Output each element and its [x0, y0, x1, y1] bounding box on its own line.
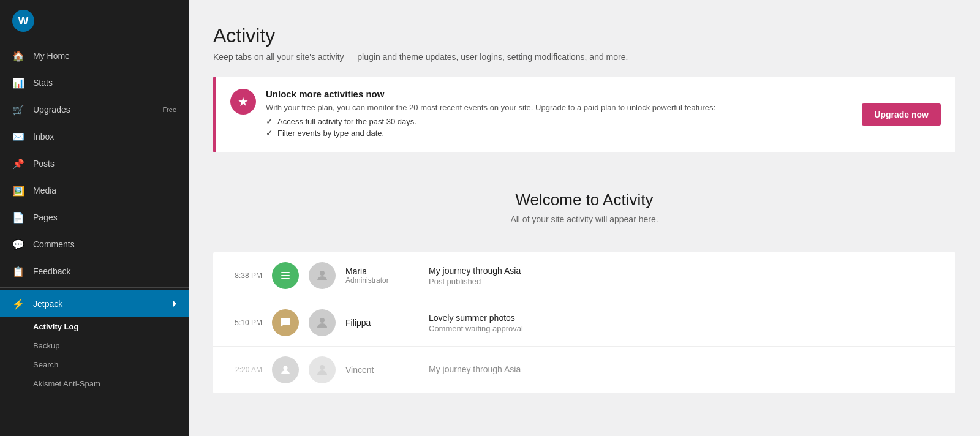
posts-icon: 📌 [12, 157, 24, 170]
sidebar-item-label: Media [33, 186, 56, 195]
upgrade-feature-2: Filter events by type and date. [266, 129, 852, 138]
activity-user-info: Maria Administrator [345, 266, 419, 285]
activity-description: My journey through Asia Post published [429, 266, 943, 286]
svg-point-4 [320, 318, 325, 323]
sidebar-item-label: Posts [33, 159, 55, 168]
home-icon: 🏠 [12, 50, 24, 62]
sidebar-sub-activity-log[interactable]: Activity Log [0, 317, 189, 336]
sidebar-item-label: Upgrades [33, 105, 70, 115]
upgrade-features-list: Access full activity for the past 30 day… [266, 117, 852, 138]
activity-item: 8:38 PM Maria Administrator My journey t… [213, 252, 956, 299]
upgrade-banner-desc: With your free plan, you can monitor the… [266, 103, 852, 112]
upgrade-banner: ★ Unlock more activities now With your f… [213, 77, 956, 152]
activity-item: 2:20 AM Vincent My journey through Asia [213, 347, 956, 393]
sidebar-item-label: Comments [33, 239, 75, 249]
svg-point-3 [320, 271, 325, 276]
wordpress-icon: W [12, 10, 34, 32]
activity-icon-user [272, 356, 299, 383]
activity-user-info: Filippa [345, 318, 419, 328]
svg-rect-0 [281, 272, 290, 273]
sidebar-logo: W [0, 0, 189, 42]
activity-avatar-filippa [309, 309, 336, 336]
welcome-title: Welcome to Activity [225, 190, 943, 209]
activity-item: 5:10 PM Filippa Lovely summer photos Com… [213, 299, 956, 347]
activity-time: 8:38 PM [225, 271, 262, 280]
sidebar-item-label: Inbox [33, 132, 54, 141]
sidebar-nav: 🏠 My Home 📊 Stats 🛒 Upgrades Free ✉️ Inb… [0, 42, 189, 393]
activity-user-role: Administrator [345, 276, 419, 285]
activity-user-name: Maria [345, 266, 419, 276]
upgrade-banner-content: Unlock more activities now With your fre… [266, 89, 852, 140]
activity-time: 2:20 AM [225, 366, 262, 374]
activity-time: 5:10 PM [225, 318, 262, 327]
sidebar-sub-akismet[interactable]: Akismet Anti-Spam [0, 374, 189, 393]
svg-rect-1 [281, 275, 290, 276]
upgrades-icon: 🛒 [12, 103, 24, 116]
sidebar-item-posts[interactable]: 📌 Posts [0, 150, 189, 177]
sidebar-divider [0, 287, 189, 288]
feedback-icon: 📋 [12, 265, 24, 277]
sidebar-item-label: My Home [33, 51, 70, 61]
stats-icon: 📊 [12, 77, 24, 89]
jetpack-icon: ⚡ [12, 298, 24, 310]
activity-status: Comment waiting approval [429, 324, 943, 333]
sidebar-item-inbox[interactable]: ✉️ Inbox [0, 123, 189, 150]
sidebar-sub-backup[interactable]: Backup [0, 336, 189, 355]
sidebar-item-comments[interactable]: 💬 Comments [0, 231, 189, 258]
page-subtitle: Keep tabs on all your site's activity — … [213, 52, 956, 62]
sidebar-item-label: Stats [33, 78, 53, 88]
media-icon: 🖼️ [12, 184, 24, 197]
pages-icon: 📄 [12, 211, 24, 224]
sidebar: W 🏠 My Home 📊 Stats 🛒 Upgrades Free ✉️ I… [0, 0, 189, 436]
activity-list: 8:38 PM Maria Administrator My journey t… [213, 252, 956, 393]
activity-status: Post published [429, 277, 943, 286]
activity-avatar-vincent [309, 356, 336, 383]
comments-icon: 💬 [12, 238, 24, 250]
sidebar-item-media[interactable]: 🖼️ Media [0, 177, 189, 204]
upgrade-banner-title: Unlock more activities now [266, 89, 852, 99]
activity-icon-published [272, 262, 299, 289]
sidebar-item-feedback[interactable]: 📋 Feedback [0, 258, 189, 285]
page-title: Activity [213, 24, 956, 47]
activity-post-title: My journey through Asia [429, 364, 943, 374]
activity-description: Lovely summer photos Comment waiting app… [429, 313, 943, 333]
inbox-icon: ✉️ [12, 130, 24, 143]
sidebar-item-pages[interactable]: 📄 Pages [0, 204, 189, 231]
upgrades-badge: Free [162, 106, 176, 113]
sidebar-item-jetpack[interactable]: ⚡ Jetpack [0, 290, 189, 317]
svg-point-5 [284, 366, 288, 370]
activity-user-name: Filippa [345, 318, 419, 328]
welcome-subtitle: All of your site activity will appear he… [225, 214, 943, 224]
upgrade-now-button[interactable]: Upgrade now [862, 103, 941, 126]
svg-rect-2 [281, 278, 290, 279]
activity-avatar-maria [309, 262, 336, 289]
sub-item-label: Search [33, 360, 58, 369]
sub-item-label: Akismet Anti-Spam [33, 379, 100, 388]
svg-point-6 [320, 365, 325, 370]
main-content: Activity Keep tabs on all your site's ac… [189, 0, 980, 436]
sidebar-item-label: Jetpack [33, 299, 62, 309]
activity-post-title: My journey through Asia [429, 266, 943, 276]
sidebar-item-stats[interactable]: 📊 Stats [0, 69, 189, 96]
activity-user-info: Vincent [345, 365, 419, 375]
sidebar-item-label: Pages [33, 212, 58, 222]
sidebar-item-upgrades[interactable]: 🛒 Upgrades Free [0, 96, 189, 123]
sidebar-sub-search[interactable]: Search [0, 355, 189, 374]
sidebar-item-my-home[interactable]: 🏠 My Home [0, 42, 189, 69]
activity-user-name: Vincent [345, 365, 419, 375]
sidebar-item-label: Feedback [33, 266, 70, 276]
activity-post-title: Lovely summer photos [429, 313, 943, 323]
sub-item-label: Activity Log [33, 322, 78, 331]
activity-icon-comment [272, 309, 299, 336]
activity-description: My journey through Asia [429, 364, 943, 375]
upgrade-feature-1: Access full activity for the past 30 day… [266, 117, 852, 126]
welcome-section: Welcome to Activity All of your site act… [213, 172, 956, 242]
chevron-icon [173, 300, 176, 307]
sub-item-label: Backup [33, 341, 59, 350]
upgrade-star-icon: ★ [230, 89, 256, 115]
